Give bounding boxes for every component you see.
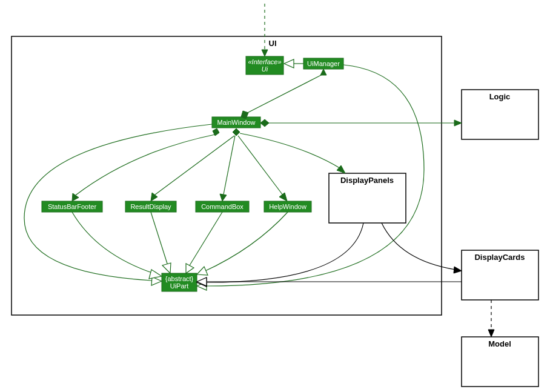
displaypanels-to-uipart — [207, 223, 363, 282]
uimanager-mainwindow-arrow — [320, 69, 326, 75]
command-box-name: CommandBox — [201, 203, 244, 210]
mainwindow-displaypanels-arrow — [337, 165, 345, 173]
result-display-name: ResultDisplay — [130, 203, 171, 210]
main-window-name: MainWindow — [217, 119, 256, 126]
mainwindow-to-displaypanels — [240, 133, 340, 168]
statusbarfooter-to-uipart — [72, 212, 155, 274]
logic-name: Logic — [489, 92, 511, 101]
mainwindow-helpwindow-arrow — [279, 193, 287, 201]
uimanager-implements-ui-arrow — [284, 59, 294, 68]
resultdisplay-uipart-arrow — [162, 263, 171, 273]
uimanager-to-mainwindow — [243, 69, 323, 115]
ui-part-name: UiPart — [170, 282, 189, 290]
external-to-ui-arrow — [262, 50, 268, 56]
mainwindow-to-commandbox — [224, 136, 235, 194]
displaypanels-displaycards-arrow — [454, 267, 462, 273]
ui-part-stereotype: {abstract} — [165, 275, 194, 282]
package-title: UI — [269, 39, 277, 48]
ui-interface-stereotype: «Interface» — [248, 58, 281, 65]
helpwindow-uipart-arrow — [197, 267, 208, 275]
mainwindow-statusbarfooter-arrow — [72, 193, 79, 201]
displaypanels-to-displaycards — [382, 223, 456, 270]
ui-interface-name: Ui — [262, 65, 268, 73]
displaycards-model-arrow — [488, 330, 494, 337]
statusbarfooter-uipart-arrow — [149, 270, 162, 279]
resultdisplay-to-uipart — [151, 212, 168, 265]
mainwindow-logic-diamond — [260, 119, 269, 127]
status-bar-footer-name: StatusBarFooter — [48, 203, 96, 210]
help-window-name: HelpWindow — [269, 203, 306, 210]
mainwindow-logic-arrow — [454, 120, 462, 126]
commandbox-to-uipart — [190, 212, 222, 265]
model-name: Model — [488, 339, 511, 348]
mainwindow-to-helpwindow — [238, 136, 283, 195]
display-cards-name: DisplayCards — [474, 253, 525, 262]
mainwindow-commandbox-arrow — [220, 194, 227, 201]
mainwindow-composition-diamond — [233, 128, 240, 136]
ui-manager-name: UiManager — [307, 60, 340, 67]
display-panels-name: DisplayPanels — [340, 176, 394, 185]
mainwindow-to-statusbarfooter — [76, 135, 215, 195]
mainwindow-to-resultdisplay — [154, 136, 234, 195]
